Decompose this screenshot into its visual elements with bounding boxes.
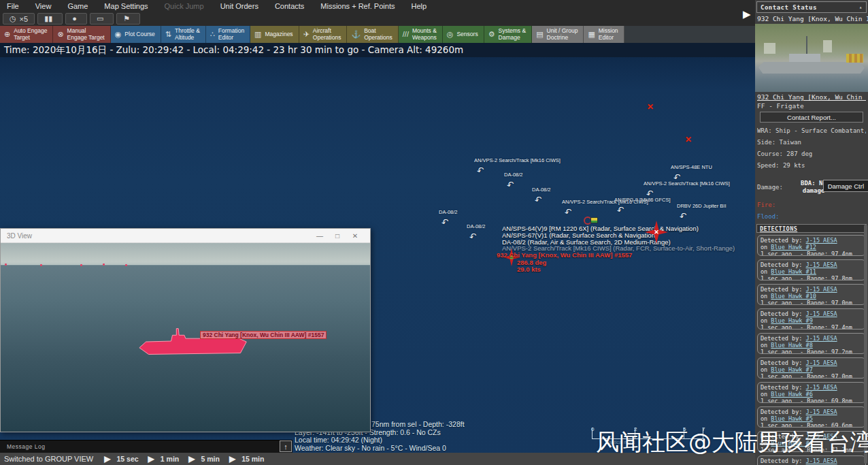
time-status-text: Time: 2020年10月16日 - Zulu: 20:29:42 - Loc… — [4, 44, 463, 57]
detector-link[interactable]: J-15 AESA — [806, 335, 837, 342]
detection-item[interactable]: Detected by: J-15 AESA on Blue Hawk #7 1… — [757, 357, 866, 379]
detection-age: 1 sec ago — [761, 275, 792, 280]
target-link[interactable]: Blue Hawk #5 — [771, 415, 812, 422]
quick-control-icon: ◷ — [10, 15, 16, 22]
ribbon-button-label: Sensors — [456, 31, 478, 38]
time-step-button[interactable]: ▶ 15 min — [229, 454, 265, 464]
time-step-label: 1 min — [161, 455, 179, 463]
time-step-label: 15 min — [241, 455, 264, 463]
quick-control-button[interactable]: ◷ ×5 — [3, 13, 35, 25]
detector-link[interactable]: J-15 AESA — [806, 261, 837, 268]
quick-control-button[interactable]: ▮▮ — [37, 13, 63, 25]
detection-item[interactable]: Detected by: J-15 AESA on Blue Hawk #11 … — [757, 259, 866, 280]
contact-name-link[interactable]: 932 Chi Yang [Knox, Wu Chin III AAW] — [757, 93, 866, 101]
detection-item[interactable]: Detected by: J-15 AESA on Blue Hawk #8 1… — [757, 333, 866, 354]
photo-containers — [846, 54, 863, 63]
detection-item[interactable]: Detected by: J-15 AESA on Blue Hawk #6 1… — [757, 382, 866, 403]
3d-view-window[interactable]: 3D View — □ ✕ 932 Chi Yang [Knox, Wu Chi… — [0, 228, 371, 432]
ribbon-button[interactable]: ⊕ Auto Engage Target — [0, 26, 53, 43]
ribbon-button[interactable]: ◉ Plot Course — [111, 26, 161, 43]
map-status-line: Weather: Clear sky - No rain - 5°C - Win… — [295, 445, 465, 453]
detector-link[interactable]: J-15 AESA — [806, 286, 837, 293]
detection-item[interactable]: Detected by: J-15 AESA on Blue Hawk #5 1… — [757, 406, 866, 428]
on-label: on — [761, 415, 771, 422]
target-link[interactable]: Blue Hawk #12 — [771, 244, 816, 251]
detector-link[interactable]: J-15 AESA — [806, 408, 837, 415]
ribbon-button[interactable]: ⚙ Systems & Damage — [484, 26, 533, 43]
panel-expand-arrow-icon[interactable]: ▶ — [743, 8, 751, 20]
ribbon-button[interactable]: /// Mounts & Weapons — [399, 26, 443, 43]
last-message-text: Switched to GROUP VIEW — [4, 455, 93, 463]
detector-link[interactable]: J-15 AESA — [806, 237, 837, 244]
menu-item[interactable]: File — [7, 2, 19, 10]
3d-scene[interactable]: 932 Chi Yang [Knox, Wu Chin III AAW] #15… — [1, 243, 370, 432]
damage-label: Damage: — [757, 184, 783, 191]
distant-ship-dot — [40, 264, 42, 266]
menu-item[interactable]: View — [35, 2, 52, 10]
detection-item[interactable]: Detected by: J-15 AESA on Blue Hawk #12 … — [757, 235, 866, 256]
ribbon-button[interactable]: ▥ Magazines — [250, 26, 299, 43]
target-link[interactable]: Blue Hawk #10 — [771, 293, 816, 300]
ribbon-button[interactable]: ⚓ Boat Operations — [347, 26, 398, 43]
map-status-line: Local time: 04:29:42 (Night) — [295, 436, 465, 445]
ribbon-button-label: Boat Operations — [364, 28, 393, 41]
ribbon-button[interactable]: ⊗ Manual Engage Target — [53, 26, 110, 43]
target-link[interactable]: Blue Hawk #6 — [771, 391, 812, 398]
time-step-button[interactable]: ▶ 1 min — [148, 454, 180, 464]
menu-item[interactable]: Contacts — [275, 2, 304, 10]
quick-control-button[interactable]: ● — [65, 13, 87, 25]
ribbon-button[interactable]: ◎ Sensors — [443, 26, 484, 43]
on-label: on — [761, 342, 771, 349]
ribbon-button[interactable]: ✈ Aircraft Operations — [299, 26, 348, 43]
menu-item[interactable]: Unit Orders — [220, 2, 258, 10]
command-modern-operations-screen: { "menu": { "items": [ {"label":"File"},… — [0, 0, 868, 465]
contact-status-header[interactable]: Contact Status ▴ — [756, 1, 867, 13]
damage-ctrl-button[interactable]: Damage Ctrl — [823, 180, 868, 192]
detector-link[interactable]: J-15 AESA — [806, 310, 837, 317]
menu-item[interactable]: Missions + Ref. Points — [320, 2, 395, 10]
message-log-bar[interactable]: Message Log — [0, 440, 293, 453]
target-link[interactable]: Blue Hawk #11 — [771, 268, 816, 275]
menu-item[interactable]: Game — [67, 2, 88, 10]
ribbon-button[interactable]: ▦ Mission Editor — [584, 26, 624, 43]
time-step-button[interactable]: ▶ 15 sec — [104, 454, 138, 464]
target-link[interactable]: Blue Hawk #9 — [771, 317, 812, 324]
ribbon-toolbar: ⊕ Auto Engage Target ⊗ Manual Engage Tar… — [0, 26, 755, 43]
ribbon-label-line2: Target — [14, 35, 47, 42]
detector-link[interactable]: J-15 AESA — [806, 359, 837, 366]
message-log-expand-button[interactable]: ↑ — [280, 440, 292, 452]
quick-control-button[interactable]: ⚑ — [116, 13, 140, 25]
contact-report-button[interactable]: Contact Report... — [760, 112, 863, 123]
ribbon-button-icon: ◎ — [447, 31, 454, 38]
time-step-button[interactable]: ▶ 5 min — [188, 454, 220, 464]
menu-item[interactable]: Map Settings — [104, 2, 148, 10]
ribbon-label-line2: Editor — [599, 35, 618, 42]
target-link[interactable]: Blue Hawk #8 — [771, 342, 812, 349]
detector-link[interactable]: J-15 AESA — [806, 458, 837, 464]
collapse-icon[interactable]: ▴ — [859, 4, 863, 10]
ribbon-button-label: Auto Engage Target — [14, 28, 47, 41]
minimize-icon[interactable]: — — [311, 232, 329, 240]
ribbon-button[interactable]: ▤ Unit / Group Doctrine — [532, 26, 584, 43]
ribbon-label-line2: Operations — [313, 35, 341, 42]
detection-item[interactable]: Detected by: J-15 AESA on Blue Hawk #10 … — [757, 284, 866, 305]
detector-link[interactable]: J-15 AESA — [806, 384, 837, 391]
play-icon: ▶ — [229, 454, 235, 464]
detected-by-label: Detected by: — [761, 359, 806, 366]
menu-item[interactable]: Help — [411, 2, 427, 10]
detections-header[interactable]: DETECTIONS — [756, 224, 867, 233]
ribbon-button-label: Plot Course — [124, 31, 154, 38]
menu-item[interactable]: Quick Jump — [165, 2, 204, 10]
detection-age: 1 sec ago — [761, 300, 792, 305]
ribbon-button[interactable]: ∴ Formation Editor — [206, 26, 250, 43]
target-link[interactable]: Blue Hawk #7 — [771, 366, 812, 373]
ribbon-button[interactable]: ⇅ Throttle & Altitude — [161, 26, 206, 43]
ribbon-button-icon: /// — [403, 31, 409, 38]
detection-item[interactable]: Detected by: J-15 AESA on Blue Hawk #9 1… — [757, 308, 866, 330]
maximize-icon[interactable]: □ — [329, 232, 346, 240]
detection-age: 1 sec ago — [761, 373, 792, 379]
3d-view-titlebar[interactable]: 3D View — □ ✕ — [1, 229, 370, 243]
close-icon[interactable]: ✕ — [346, 232, 364, 240]
distant-ship-dot — [5, 263, 7, 266]
quick-control-button[interactable]: ▭ — [90, 13, 114, 25]
